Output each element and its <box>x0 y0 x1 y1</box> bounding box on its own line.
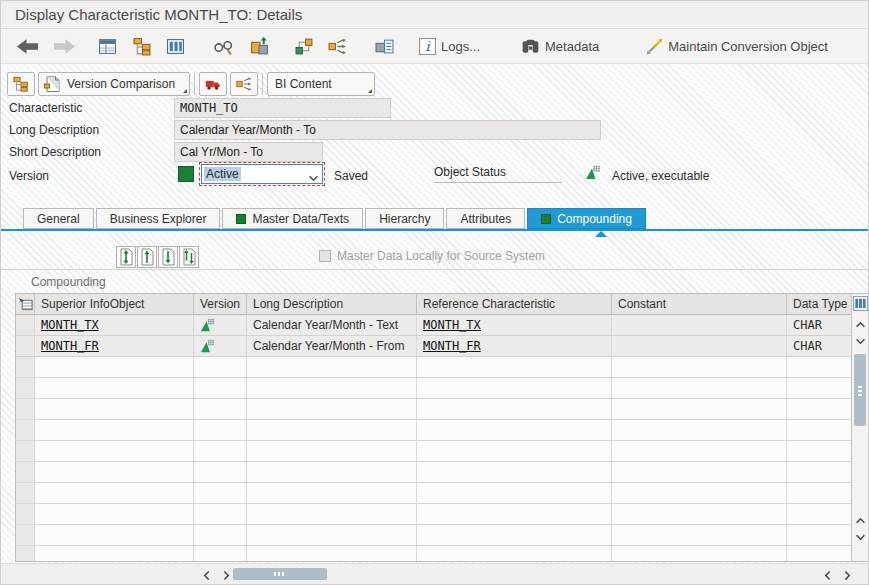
col-superior-infoobject[interactable]: Superior InfoObject <box>35 294 194 314</box>
thumb-grip <box>858 386 862 396</box>
scroll-right-button[interactable] <box>218 568 234 582</box>
scroll-down-button[interactable] <box>854 334 867 348</box>
hierarchy-icon[interactable] <box>130 33 155 59</box>
vertical-scrollbar <box>851 294 868 561</box>
superior-infoobject-link[interactable]: MONTH_FR <box>35 336 194 356</box>
page-up-down-icon <box>118 248 134 266</box>
main-toolbar: Logs... Metadata Maintain Conversion Obj… <box>1 29 869 64</box>
tab-master-data-texts[interactable]: Master Data/Texts <box>222 208 363 229</box>
version-cell <box>194 336 247 356</box>
toolbar-divider <box>262 73 263 95</box>
empty-table-row[interactable] <box>16 504 851 525</box>
horizontal-scroll-thumb[interactable] <box>233 568 327 580</box>
chevron-down-icon <box>308 171 319 185</box>
empty-table-row[interactable] <box>16 357 851 378</box>
horizontal-scrollbar <box>1 563 869 585</box>
empty-table-row[interactable] <box>16 483 851 504</box>
tab-compounding[interactable]: Compounding <box>527 208 646 229</box>
menu-triangle-icon <box>183 89 187 93</box>
move-row-top-bottom-button[interactable] <box>116 246 136 268</box>
details-icon[interactable] <box>95 33 120 59</box>
constant-cell <box>612 336 787 356</box>
col-long-description[interactable]: Long Description <box>247 294 417 314</box>
col-version[interactable]: Version <box>194 294 247 314</box>
empty-table-row[interactable] <box>16 525 851 546</box>
sap-window: Display Characteristic MONTH_TO: Details… <box>0 0 869 585</box>
move-rows-swap-button[interactable] <box>179 246 199 268</box>
reference-characteristic-link[interactable]: MONTH_FR <box>417 336 612 356</box>
version-dropdown-focus: Active <box>199 162 325 186</box>
bi-content-label: BI Content <box>275 77 332 91</box>
scroll-right-button-right[interactable] <box>839 568 855 582</box>
object-status-label: Object Status <box>434 165 506 179</box>
logs-button[interactable]: Logs... <box>415 33 483 59</box>
spread-objects-button[interactable] <box>230 72 258 96</box>
forward-button[interactable] <box>50 33 79 59</box>
empty-table-row[interactable] <box>16 546 851 562</box>
master-data-locally-label: Master Data Locally for Source System <box>337 249 545 263</box>
tab-general[interactable]: General <box>23 208 94 229</box>
col-data-type[interactable]: Data Type <box>787 294 851 314</box>
version-comparison-label: Version Comparison <box>67 77 175 91</box>
version-label: Version <box>9 169 49 183</box>
hierarchy-display-button[interactable] <box>7 72 35 96</box>
empty-table-row[interactable] <box>16 399 851 420</box>
col-constant[interactable]: Constant <box>612 294 787 314</box>
binoculars-icon <box>520 37 541 56</box>
tab-attributes[interactable]: Attributes <box>446 208 525 229</box>
superior-infoobject-link[interactable]: MONTH_TX <box>35 315 194 335</box>
maintain-conversion-label: Maintain Conversion Object <box>668 39 828 54</box>
metadata-label: Metadata <box>545 39 599 54</box>
thumb-grip <box>274 572 286 576</box>
metadata-button[interactable]: Metadata <box>517 33 602 59</box>
copy-icon[interactable] <box>247 33 272 59</box>
toolbar-divider <box>194 73 195 95</box>
chevron-up-icon <box>855 321 866 328</box>
empty-table-row[interactable] <box>16 441 851 462</box>
object-status-underline: Object Status <box>434 165 562 183</box>
maintain-conversion-button[interactable]: Maintain Conversion Object <box>642 33 831 59</box>
scroll-left-button[interactable] <box>198 568 214 582</box>
empty-table-row[interactable] <box>16 462 851 483</box>
short-description-field: Cal Yr/Mon - To <box>174 142 323 162</box>
page-down-icon <box>160 248 176 266</box>
compare-objects-icon[interactable] <box>292 33 317 59</box>
bi-content-dropdown[interactable]: BI Content <box>267 72 375 96</box>
reference-characteristic-link[interactable]: MONTH_TX <box>417 315 612 335</box>
long-description-label: Long Description <box>9 123 99 137</box>
version-dropdown[interactable]: Active <box>201 164 323 184</box>
chevron-right-icon <box>844 570 851 581</box>
empty-table-row[interactable] <box>16 378 851 399</box>
data-type-cell: CHAR <box>787 315 851 335</box>
empty-table-row[interactable] <box>16 420 851 441</box>
select-all-icon <box>18 297 33 312</box>
table-grid: Superior InfoObject Version Long Descrip… <box>16 294 851 561</box>
where-used-icon[interactable] <box>372 33 397 59</box>
tab-business-explorer[interactable]: Business Explorer <box>96 208 221 229</box>
spread-icon[interactable] <box>325 33 350 59</box>
page-up-button[interactable] <box>854 513 867 527</box>
green-square-icon <box>541 214 551 224</box>
table-settings-button[interactable] <box>853 296 868 314</box>
saved-status-text: Saved <box>334 169 368 183</box>
row-selector-cell[interactable] <box>16 336 35 356</box>
vertical-scroll-thumb[interactable] <box>854 354 866 426</box>
compounding-group-label: Compounding <box>31 275 106 289</box>
select-all-cell[interactable] <box>16 294 35 314</box>
move-row-down-button[interactable] <box>158 246 178 268</box>
move-row-up-button[interactable] <box>137 246 157 268</box>
version-comparison-button[interactable]: Version Comparison <box>38 72 190 96</box>
columns-icon[interactable] <box>163 33 188 59</box>
display-glasses-icon[interactable] <box>210 33 237 59</box>
menu-triangle-icon <box>368 89 372 93</box>
scroll-up-button[interactable] <box>854 317 867 331</box>
back-button[interactable] <box>13 33 42 59</box>
table-row: MONTH_TX Calendar Year/Month - Text MONT… <box>16 315 851 336</box>
page-down-button[interactable] <box>854 530 867 544</box>
tab-hierarchy[interactable]: Hierarchy <box>365 208 444 229</box>
scroll-left-button-right[interactable] <box>819 568 835 582</box>
row-selector-cell[interactable] <box>16 315 35 335</box>
col-reference-characteristic[interactable]: Reference Characteristic <box>417 294 612 314</box>
master-data-locally-checkbox[interactable] <box>319 250 331 262</box>
transport-button[interactable] <box>199 72 227 96</box>
